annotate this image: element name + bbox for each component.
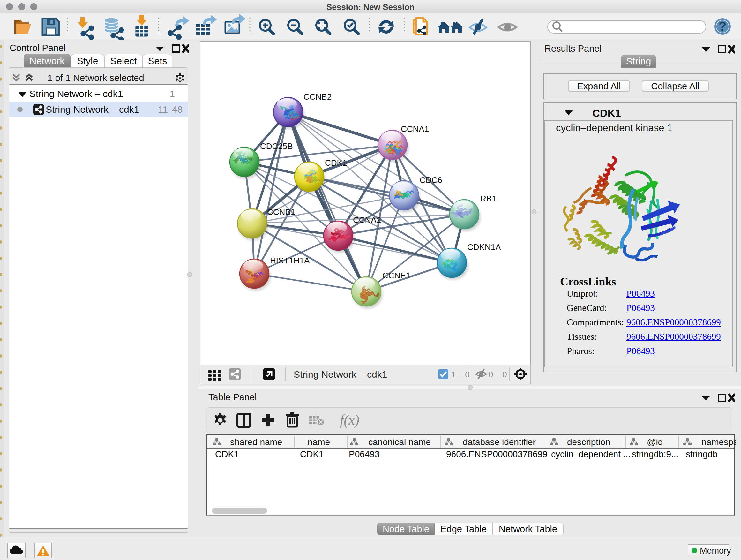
svg-text:CDK1: CDK1 [215,449,239,459]
svg-text:canonical name: canonical name [368,437,431,447]
svg-text:database identifier: database identifier [463,437,536,447]
svg-text:f(x): f(x) [340,412,359,428]
svg-text:CDC6: CDC6 [420,175,442,185]
svg-text:stringdb:9...: stringdb:9... [632,449,678,459]
svg-text:HIST1H1A: HIST1H1A [270,256,310,265]
svg-text:CCNA1: CCNA1 [401,124,429,134]
svg-text:stringdb: stringdb [686,449,718,459]
svg-text:9606.ENSP00000378699: 9606.ENSP00000378699 [446,449,548,459]
svg-text:?: ? [719,19,726,33]
svg-text:CCNB2: CCNB2 [304,92,332,102]
svg-text:String Network – cdk1: String Network – cdk1 [293,369,387,380]
svg-text:CCNA2: CCNA2 [353,215,381,225]
svg-text:description: description [567,437,610,447]
svg-text:RB1: RB1 [480,194,496,203]
svg-text:CDK1: CDK1 [325,158,347,168]
svg-text:CDC25B: CDC25B [260,141,293,151]
svg-text:1 – 0: 1 – 0 [451,370,470,379]
svg-text:namespac: namespac [701,437,736,447]
svg-text:CDK1: CDK1 [300,449,324,459]
svg-text:CCNB1: CCNB1 [267,207,295,217]
svg-text:CCNE1: CCNE1 [382,271,410,280]
svg-text:P06493: P06493 [349,449,380,459]
svg-text:0 – 0: 0 – 0 [488,370,507,379]
svg-text:@id: @id [647,437,663,447]
svg-text:cyclin–dependent ...: cyclin–dependent ... [551,449,630,459]
svg-text:CDKN1A: CDKN1A [467,242,501,252]
svg-text:name: name [308,437,330,447]
svg-text:shared name: shared name [230,437,282,447]
